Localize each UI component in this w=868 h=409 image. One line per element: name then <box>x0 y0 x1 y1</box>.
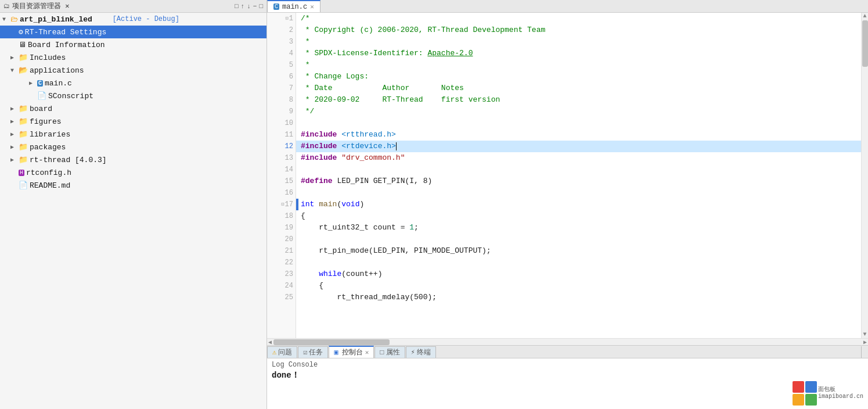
tree-item-rtconfig[interactable]: H rtconfig.h <box>0 166 266 179</box>
code-line-8: * 2020-09-02 RT-Thread first version <box>296 94 861 106</box>
num-1: 1 <box>289 13 293 24</box>
num-5: 5 <box>289 59 293 71</box>
code-sp-13 <box>337 152 341 164</box>
scrollbar-thumb[interactable] <box>862 20 868 67</box>
bottom-tab-console[interactable]: ▣ 控制台 ✕ <box>329 346 374 358</box>
tree-item-readme[interactable]: 📄 README.md <box>0 179 266 192</box>
code-text-19: rt_uint32_t count = <box>301 222 409 234</box>
line-num-1: ⊟ 1 <box>267 13 296 24</box>
tab-label-main-c: main.c <box>282 3 307 11</box>
line-num-9: 9 <box>267 106 296 117</box>
scrollbar-down-arrow[interactable]: ▼ <box>862 331 868 338</box>
tree-item-root[interactable]: ▼ 🗁 art_pi_blink_led [Active - Debug] <box>0 13 266 26</box>
code-content[interactable]: /* * Copyright (c) 2006-2020, RT-Thread … <box>296 13 861 338</box>
sidebar-ctrl-3[interactable]: ↓ <box>247 3 251 10</box>
tree-item-sconscript[interactable]: 📄 SConscript <box>0 89 266 102</box>
num-14: 14 <box>285 164 293 175</box>
tree-item-board[interactable]: ▶ 📁 board <box>0 102 266 115</box>
code-text-9: */ <box>301 106 314 117</box>
code-sp-23 <box>301 268 319 280</box>
tree-item-board-info[interactable]: 🖥 Board Information <box>0 38 266 51</box>
icon-main-c: C <box>37 80 43 87</box>
editor-tabs: C main.c ✕ <box>267 0 868 13</box>
num-7: 7 <box>289 82 293 94</box>
icon-applications: 📂 <box>19 66 28 75</box>
tree-badge-root: [Active - Debug] <box>96 15 179 23</box>
properties-icon: □ <box>380 349 384 357</box>
icon-rtconfig: H <box>19 170 24 176</box>
hscrollbar-left[interactable]: ◀ <box>267 339 273 346</box>
editor-scrollbar[interactable]: ▲ ▼ <box>861 13 868 338</box>
label-packages: packages <box>30 143 66 152</box>
bottom-tab-tasks[interactable]: ☑ 任务 <box>298 346 328 358</box>
num-16: 16 <box>285 187 293 199</box>
line-num-6: 6 <box>267 71 296 82</box>
tree-item-main-c[interactable]: ▶ C main.c <box>0 77 266 89</box>
line-num-15: 15 <box>267 175 296 187</box>
code-editor[interactable]: ⊟ 1 2 3 4 5 6 7 8 9 10 11 12 <box>267 13 868 338</box>
tab-close-main-c[interactable]: ✕ <box>310 3 314 10</box>
tree-item-figures[interactable]: ▶ 📁 figures <box>0 115 266 128</box>
bottom-console-content: Log Console done！ <box>267 358 868 409</box>
logo-text: 面包板imapiboard.cn <box>818 386 863 400</box>
code-line-22 <box>296 257 861 268</box>
editor-tab-main-c[interactable]: C main.c ✕ <box>267 0 320 12</box>
code-inc-11: <rtthread.h> <box>341 129 396 141</box>
sidebar-ctrl-2[interactable]: ↑ <box>241 3 245 10</box>
icon-readme: 📄 <box>19 181 28 190</box>
num-13: 13 <box>285 152 293 164</box>
code-text-1: /* <box>301 13 310 24</box>
code-line-20 <box>296 234 861 245</box>
line-num-12: 12 <box>267 141 296 152</box>
arrow-board: ▶ <box>10 105 19 112</box>
editor-hscrollbar[interactable]: ◀ ▶ <box>267 338 868 345</box>
tree-item-packages[interactable]: ▶ 📁 packages <box>0 141 266 153</box>
icon-packages: 📁 <box>19 142 28 152</box>
tree-item-libraries[interactable]: ▶ 📁 libraries <box>0 128 266 141</box>
code-line-14 <box>296 164 861 175</box>
console-tab-close[interactable]: ✕ <box>365 349 369 356</box>
fold-17[interactable]: ⊟ <box>281 199 284 210</box>
code-paren2-17: ) <box>359 199 364 210</box>
log-console-text: done！ <box>272 370 863 381</box>
bottom-tab-properties[interactable]: □ 属性 <box>374 346 405 358</box>
bottom-tab-terminal[interactable]: ⚡ 终端 <box>406 346 436 358</box>
code-text-6: * Change Logs: <box>301 71 369 82</box>
code-text-18: { <box>301 210 305 222</box>
arrow-includes: ▶ <box>10 54 19 61</box>
line-num-19: 19 <box>267 222 296 234</box>
code-line-16 <box>296 187 861 199</box>
label-includes: Includes <box>30 53 66 62</box>
line-num-14: 14 <box>267 164 296 175</box>
label-applications: applications <box>30 66 84 75</box>
sidebar-ctrl-1[interactable]: □ <box>235 3 239 10</box>
code-sp-11 <box>337 129 341 141</box>
num-10: 10 <box>285 117 293 129</box>
right-content: C main.c ✕ ⊟ 1 2 3 4 <box>267 0 868 409</box>
line-num-7: 7 <box>267 82 296 94</box>
fold-1[interactable]: ⊟ <box>285 13 288 24</box>
logo-cell-br <box>805 394 817 406</box>
sidebar-ctrl-5[interactable]: □ <box>259 3 263 10</box>
icon-sconscript: 📄 <box>37 91 46 101</box>
code-line-4: * SPDX-License-Identifier: Apache-2.0 <box>296 48 861 59</box>
line-num-22: 22 <box>267 257 296 268</box>
tasks-label: 任务 <box>309 347 323 357</box>
bottom-tab-problems[interactable]: ⚠ 问题 <box>267 346 297 358</box>
sidebar: 🗂 项目资源管理器 ✕ □ ↑ ↓ − □ ▼ 🗁 art_pi_blink_l <box>0 0 267 409</box>
tree-item-applications[interactable]: ▼ 📂 applications <box>0 64 266 77</box>
hscrollbar-thumb[interactable] <box>273 339 390 345</box>
hscrollbar-right[interactable]: ▶ <box>862 339 868 346</box>
problems-icon: ⚠ <box>272 348 276 357</box>
line-num-10: 10 <box>267 117 296 129</box>
tree-item-includes[interactable]: ▶ 📁 Includes <box>0 51 266 64</box>
code-line-21: rt_pin_mode(LED_PIN, PIN_MODE_OUTPUT); <box>296 245 861 257</box>
cursor-12 <box>396 142 397 150</box>
icon-board-info: 🖥 <box>19 41 26 49</box>
scrollbar-up-arrow[interactable]: ▲ <box>862 13 868 20</box>
tree-item-rt-thread[interactable]: ▶ 📁 rt-thread [4.0.3] <box>0 153 266 166</box>
code-type2-17: void <box>341 199 359 210</box>
num-25: 25 <box>285 292 293 303</box>
sidebar-ctrl-4[interactable]: − <box>253 3 257 10</box>
tree-item-rt-settings[interactable]: ⚙ RT-Thread Settings <box>0 26 266 38</box>
